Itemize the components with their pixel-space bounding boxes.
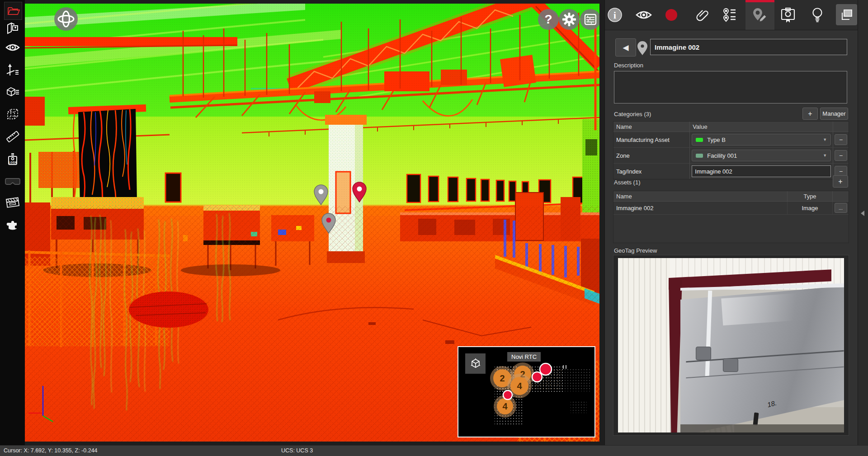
settings-button[interactable] bbox=[559, 9, 580, 30]
asset-browse-button[interactable]: ... bbox=[835, 203, 847, 213]
tab-attachments[interactable] bbox=[695, 7, 710, 24]
eye-icon bbox=[5, 42, 20, 53]
tag-index-input[interactable] bbox=[692, 165, 831, 177]
layers-icon bbox=[840, 8, 854, 22]
geotag-pin-red[interactable] bbox=[352, 181, 367, 203]
gear-icon bbox=[562, 13, 576, 26]
tab-geotag-edit[interactable] bbox=[750, 6, 768, 25]
puzzle-icon bbox=[6, 218, 19, 231]
panel-tab-bar: i bbox=[605, 0, 868, 30]
category-manager-button[interactable]: Manager bbox=[820, 108, 848, 120]
categories-table: Name Value Manufacturing Asset Type B ▼ … bbox=[613, 121, 849, 179]
vr-goggles-icon bbox=[5, 177, 20, 187]
geotag-preview-panel: 18. bbox=[613, 255, 849, 436]
pin-icon bbox=[637, 40, 648, 56]
cursor-coordinates: Cursor: X: 7.692, Y: 10.355, Z: -0.244 bbox=[4, 447, 98, 454]
category-dropdown[interactable]: Facility 001 ▼ bbox=[692, 150, 831, 161]
orbit-navigation-button[interactable] bbox=[54, 7, 78, 31]
limit-box-icon bbox=[6, 108, 19, 121]
geotag-name-input[interactable] bbox=[650, 39, 847, 55]
sidebar-item-visibility[interactable] bbox=[4, 39, 21, 56]
help-button[interactable]: ? bbox=[538, 9, 559, 30]
geotag-list-icon bbox=[722, 7, 737, 23]
tab-lighting[interactable] bbox=[810, 7, 825, 25]
tab-visibility[interactable] bbox=[636, 9, 652, 22]
left-toolbar: LGSX bbox=[0, 0, 25, 445]
description-input[interactable] bbox=[614, 71, 847, 103]
scan-manager-button[interactable] bbox=[580, 9, 599, 30]
photo-shadow bbox=[680, 424, 844, 432]
orbit-icon bbox=[57, 9, 75, 28]
geotag-edit-icon bbox=[750, 6, 768, 24]
sidebar-item-lgsx-export[interactable]: LGSX bbox=[4, 151, 21, 168]
panel-layout-button[interactable] bbox=[836, 4, 857, 25]
categories-label: Categories (3) bbox=[614, 111, 651, 118]
plus-glyph: + bbox=[838, 178, 842, 186]
sidebar-item-ucs-axis[interactable] bbox=[4, 61, 21, 79]
remove-category-button[interactable]: − bbox=[835, 150, 847, 161]
sidebar-item-map-views[interactable] bbox=[4, 19, 21, 37]
dropdown-value: Type B bbox=[707, 136, 725, 143]
tab-geotag-list[interactable] bbox=[722, 7, 737, 24]
ruler-icon bbox=[5, 129, 20, 144]
map-photo-icon bbox=[6, 21, 19, 35]
clapperboard-icon bbox=[5, 196, 20, 209]
minimap-3d-toggle[interactable] bbox=[465, 353, 486, 374]
lgsx-tag-icon: LGSX bbox=[6, 152, 19, 167]
color-swatch bbox=[696, 138, 703, 142]
minimap[interactable]: 2 2 4 4 bbox=[458, 346, 595, 437]
help-glyph: ? bbox=[544, 12, 552, 27]
open-folder-icon bbox=[6, 4, 20, 18]
category-name: Manufacturing Asset bbox=[613, 132, 690, 147]
sidebar-item-plugins[interactable] bbox=[4, 216, 21, 233]
cluster-count: 2 bbox=[500, 373, 505, 383]
sidebar-item-vr[interactable] bbox=[4, 173, 21, 190]
paperclip-icon bbox=[695, 7, 710, 23]
pointcloud-viewport[interactable]: ? bbox=[25, 4, 599, 442]
asset-col-type: Type bbox=[788, 191, 833, 201]
cluster-count: 4 bbox=[502, 401, 508, 411]
status-bar: Cursor: X: 7.692, Y: 10.355, Z: -0.244 U… bbox=[0, 445, 868, 456]
add-category-button[interactable]: + bbox=[802, 108, 818, 120]
category-name: Zone bbox=[613, 148, 690, 163]
sidebar-item-measure[interactable] bbox=[4, 128, 21, 145]
sidebar-item-view-cube[interactable] bbox=[4, 83, 21, 100]
cluster-count: 4 bbox=[517, 381, 522, 391]
geotag-preview-photo[interactable]: 18. bbox=[618, 258, 844, 432]
record-icon bbox=[665, 9, 678, 21]
scan-rack-icon bbox=[584, 13, 597, 26]
assets-table: Name Type Immagine 002 Image ... bbox=[613, 191, 849, 243]
properties-panel: i bbox=[604, 0, 868, 445]
col-header-name: Name bbox=[613, 122, 690, 132]
info-glyph: i bbox=[613, 10, 616, 21]
chevron-down-icon: ▼ bbox=[823, 137, 827, 142]
category-row: Tag/Index − bbox=[613, 164, 849, 179]
photo-hinge bbox=[696, 347, 711, 360]
geotag-pin-gray[interactable] bbox=[313, 184, 329, 206]
lightbulb-icon bbox=[810, 7, 825, 24]
cube-3d-icon bbox=[470, 358, 481, 370]
description-label: Description bbox=[614, 62, 643, 69]
panel-collapse-handle[interactable] bbox=[861, 211, 864, 216]
geotag-pin-selected[interactable] bbox=[321, 212, 336, 234]
tab-screenshot[interactable] bbox=[780, 7, 796, 25]
panel-edge-strip bbox=[858, 0, 868, 445]
lgsx-label: LGSX bbox=[9, 161, 17, 164]
sidebar-item-animation[interactable] bbox=[4, 194, 21, 211]
asset-col-name: Name bbox=[613, 191, 788, 201]
category-dropdown[interactable]: Type B ▼ bbox=[692, 134, 831, 146]
minimap-setup-label: Novi RTC bbox=[507, 352, 541, 362]
tab-record[interactable] bbox=[665, 9, 678, 23]
remove-category-button[interactable]: − bbox=[835, 134, 847, 145]
axis-icon bbox=[6, 63, 19, 77]
category-name: Tag/Index bbox=[613, 164, 690, 179]
back-button[interactable]: ◀ bbox=[615, 38, 636, 56]
plus-glyph: + bbox=[808, 110, 812, 118]
add-asset-button[interactable]: + bbox=[833, 175, 848, 188]
photo-hinge bbox=[723, 358, 738, 372]
tab-info[interactable]: i bbox=[607, 7, 623, 24]
sidebar-item-limit-box[interactable] bbox=[4, 106, 21, 123]
open-project-button[interactable] bbox=[4, 2, 22, 20]
manager-label: Manager bbox=[822, 110, 845, 117]
asset-row[interactable]: Immagine 002 Image ... bbox=[613, 202, 849, 215]
